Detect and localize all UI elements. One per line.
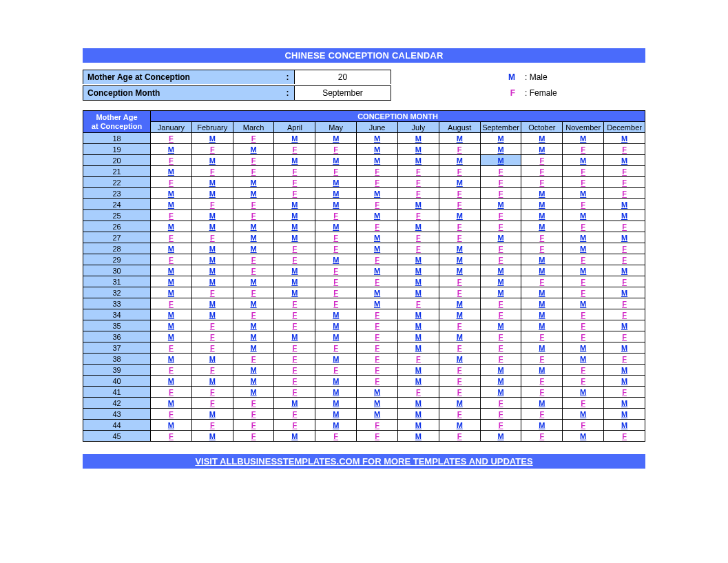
mf-cell: M bbox=[397, 144, 439, 155]
mf-cell: M bbox=[521, 265, 563, 276]
age-cell: 45 bbox=[83, 431, 151, 442]
mf-cell: M bbox=[397, 265, 439, 276]
table-row: 25FMFMFMFMFMMM bbox=[83, 210, 645, 221]
mf-cell: M bbox=[480, 365, 521, 376]
mf-cell: M bbox=[233, 276, 274, 287]
mf-cell: M bbox=[233, 177, 274, 188]
mf-cell: M bbox=[357, 133, 398, 144]
mf-cell: M bbox=[521, 320, 563, 331]
mf-cell: M bbox=[397, 365, 439, 376]
mf-cell: F bbox=[563, 376, 604, 387]
mf-cell: F bbox=[397, 210, 439, 221]
mf-cell: M bbox=[191, 265, 233, 276]
mf-cell: F bbox=[563, 398, 604, 409]
colon: : bbox=[281, 70, 295, 84]
mf-cell: M bbox=[274, 431, 315, 442]
mf-cell: F bbox=[233, 287, 274, 298]
mf-cell: M bbox=[315, 331, 357, 342]
mf-cell: F bbox=[604, 298, 645, 309]
mf-cell: F bbox=[315, 210, 357, 221]
table-row: 33FMMFFMFMFMMF bbox=[83, 298, 645, 309]
mf-cell: M bbox=[233, 376, 274, 387]
mf-cell: F bbox=[191, 398, 233, 409]
mf-cell: F bbox=[233, 133, 274, 144]
table-row: 28MMMFFMFMFFMF bbox=[83, 243, 645, 254]
mf-cell: M bbox=[315, 254, 357, 265]
mf-cell: F bbox=[521, 331, 563, 342]
mf-cell: F bbox=[191, 331, 233, 342]
mf-cell: M bbox=[151, 331, 192, 342]
mf-cell: F bbox=[480, 342, 521, 354]
mf-cell: M bbox=[480, 232, 521, 243]
mf-cell: M bbox=[521, 133, 563, 144]
mf-cell: F bbox=[233, 155, 274, 166]
mf-cell: F bbox=[315, 287, 357, 298]
mf-cell: M bbox=[191, 431, 233, 442]
mf-cell: M bbox=[563, 342, 604, 354]
mf-cell: F bbox=[439, 199, 480, 210]
mf-cell: F bbox=[439, 320, 480, 331]
mf-cell: F bbox=[480, 354, 521, 365]
mf-cell: F bbox=[563, 276, 604, 287]
mf-cell: F bbox=[274, 298, 315, 309]
mf-cell: F bbox=[151, 210, 192, 221]
age-cell: 42 bbox=[83, 398, 151, 409]
table-row: 40MMMFMFMFMFFM bbox=[83, 376, 645, 387]
mf-cell: F bbox=[521, 431, 563, 442]
month-input[interactable]: September bbox=[295, 85, 391, 101]
mf-cell: F bbox=[151, 409, 192, 420]
mf-cell: F bbox=[563, 287, 604, 298]
mf-cell: F bbox=[357, 320, 398, 331]
mf-cell: M bbox=[315, 155, 357, 166]
age-cell: 21 bbox=[83, 166, 151, 177]
mf-cell: F bbox=[274, 354, 315, 365]
mf-cell: M bbox=[480, 387, 521, 398]
calendar-table: Mother Age at Conception CONCEPTION MONT… bbox=[83, 110, 645, 442]
mf-cell: M bbox=[357, 155, 398, 166]
table-row: 19MFMFFMMFMMFF bbox=[83, 144, 645, 155]
table-row: 39FFMFFFMFMMFM bbox=[83, 365, 645, 376]
mf-cell: F bbox=[480, 298, 521, 309]
mf-cell: F bbox=[274, 144, 315, 155]
mf-cell: F bbox=[151, 133, 192, 144]
mf-cell: M bbox=[274, 331, 315, 342]
mf-cell: F bbox=[604, 387, 645, 398]
mf-cell: M bbox=[357, 265, 398, 276]
mf-cell: M bbox=[151, 144, 192, 155]
mf-cell: F bbox=[357, 342, 398, 354]
mf-cell: F bbox=[191, 232, 233, 243]
mf-cell: F bbox=[357, 365, 398, 376]
mf-cell: M bbox=[563, 133, 604, 144]
mf-cell: M bbox=[274, 287, 315, 298]
mf-cell: F bbox=[191, 342, 233, 354]
page-title: CHINESE CONCEPTION CALENDAR bbox=[83, 48, 645, 63]
mf-cell: F bbox=[151, 298, 192, 309]
mf-cell: F bbox=[233, 398, 274, 409]
month-header: October bbox=[521, 122, 563, 133]
mf-cell: F bbox=[563, 166, 604, 177]
age-input[interactable]: 20 bbox=[295, 70, 391, 84]
mf-cell: M bbox=[233, 243, 274, 254]
mf-cell: F bbox=[521, 354, 563, 365]
mf-cell: F bbox=[357, 376, 398, 387]
mf-cell: F bbox=[315, 276, 357, 287]
month-header: July bbox=[397, 122, 439, 133]
footer-link[interactable]: VISIT ALLBUSINESSTEMPLATES.COM FOR MORE … bbox=[83, 454, 645, 469]
mf-cell: M bbox=[604, 210, 645, 221]
mf-cell: M bbox=[233, 320, 274, 331]
mf-cell: F bbox=[439, 276, 480, 287]
age-header-l2: at Conception bbox=[92, 122, 142, 130]
mf-cell: M bbox=[439, 298, 480, 309]
mf-cell: F bbox=[397, 298, 439, 309]
mf-cell: M bbox=[191, 376, 233, 387]
age-cell: 34 bbox=[83, 309, 151, 320]
mf-cell: M bbox=[604, 376, 645, 387]
mf-cell: F bbox=[521, 409, 563, 420]
mf-cell: M bbox=[151, 287, 192, 298]
mf-cell: F bbox=[604, 243, 645, 254]
mf-cell: F bbox=[191, 199, 233, 210]
mf-cell: M bbox=[439, 155, 480, 166]
table-row: 26MMMMMFMFFMFF bbox=[83, 221, 645, 232]
mf-cell: F bbox=[480, 254, 521, 265]
table-row: 31MMMMFFMFMFFF bbox=[83, 276, 645, 287]
